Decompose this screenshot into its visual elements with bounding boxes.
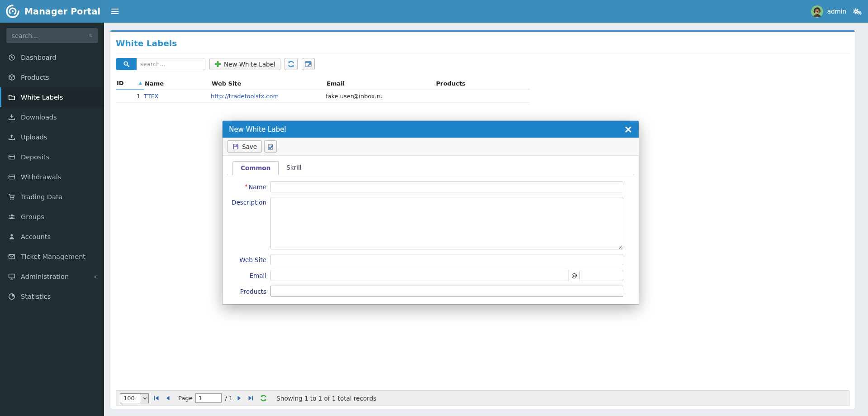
column-header-email[interactable]: Email bbox=[326, 78, 435, 90]
column-header-name[interactable]: Name bbox=[144, 78, 211, 90]
settings-gears-button[interactable] bbox=[853, 8, 862, 15]
sidebar-item-administration[interactable]: Administration ‹ bbox=[0, 267, 104, 287]
user-icon bbox=[8, 233, 15, 240]
sidebar-item-label: Groups bbox=[21, 213, 44, 220]
sidebar-item-groups[interactable]: Groups bbox=[0, 207, 104, 227]
cart-icon bbox=[8, 193, 15, 201]
cell-website: http://tradetoolsfx.com bbox=[211, 93, 326, 100]
tab-common[interactable]: Common bbox=[232, 161, 279, 175]
sidebar: Dashboard Products White Labels Download… bbox=[0, 23, 104, 416]
website-field[interactable] bbox=[270, 254, 623, 265]
modal-tabs: Common Skrill bbox=[232, 161, 623, 175]
user-avatar bbox=[811, 5, 823, 18]
total-pages-label: / 1 bbox=[225, 395, 232, 402]
sidebar-item-label: Downloads bbox=[21, 114, 57, 121]
username: admin bbox=[827, 8, 846, 15]
next-page-button[interactable] bbox=[236, 394, 243, 402]
sidebar-item-downloads[interactable]: Downloads bbox=[0, 107, 104, 127]
credit-card-icon bbox=[8, 153, 15, 161]
refresh-grid-button[interactable] bbox=[285, 58, 298, 70]
previous-page-button[interactable] bbox=[164, 394, 171, 402]
column-header-id[interactable]: ID ▲ bbox=[116, 77, 144, 90]
users-icon bbox=[8, 213, 15, 220]
description-field[interactable] bbox=[270, 197, 623, 249]
sidebar-search-input[interactable] bbox=[12, 32, 89, 39]
sidebar-item-accounts[interactable]: Accounts bbox=[0, 227, 104, 247]
sidebar-item-label: Statistics bbox=[21, 293, 51, 300]
page-size-select[interactable]: 100 bbox=[120, 393, 149, 403]
save-and-close-button[interactable] bbox=[264, 140, 277, 153]
page-size-value: 100 bbox=[120, 394, 141, 403]
name-label: *Name bbox=[227, 183, 270, 191]
last-page-button[interactable] bbox=[247, 394, 255, 402]
column-header-website[interactable]: Web Site bbox=[211, 78, 326, 90]
plus-icon bbox=[214, 61, 221, 67]
sidebar-item-statistics[interactable]: Statistics bbox=[0, 287, 104, 306]
form-row-products: Products bbox=[227, 286, 623, 297]
download-icon bbox=[8, 114, 15, 121]
search-icon bbox=[123, 61, 130, 67]
reload-grid-button[interactable] bbox=[258, 393, 269, 403]
page-title: White Labels bbox=[116, 38, 849, 48]
products-label: Products bbox=[227, 288, 270, 295]
column-header-products[interactable]: Products bbox=[435, 78, 530, 90]
sidebar-item-trading-data[interactable]: Trading Data bbox=[0, 187, 104, 207]
website-label: Web Site bbox=[227, 256, 270, 263]
form-row-description: Description bbox=[227, 197, 623, 249]
last-page-icon bbox=[248, 395, 254, 401]
first-page-button[interactable] bbox=[152, 394, 161, 402]
brand-title: Manager Portal bbox=[24, 6, 100, 16]
select-dropdown-arrow-icon bbox=[141, 394, 148, 403]
tab-skrill[interactable]: Skrill bbox=[279, 161, 309, 175]
modal-body: Common Skrill *Name Description Web Site… bbox=[223, 156, 639, 304]
sidebar-item-deposits[interactable]: Deposits bbox=[0, 147, 104, 167]
email-local-field[interactable] bbox=[270, 270, 569, 281]
open-in-window-button[interactable] bbox=[302, 58, 315, 70]
table-row[interactable]: 1 TTFX http://tradetoolsfx.com fake.user… bbox=[116, 90, 530, 103]
white-label-form: *Name Description Web Site Email @ bbox=[227, 181, 623, 297]
desktop-icon bbox=[8, 273, 15, 280]
sidebar-item-white-labels[interactable]: White Labels bbox=[0, 87, 104, 107]
sidebar-item-label: Administration bbox=[21, 273, 69, 280]
sidebar-item-withdrawals[interactable]: Withdrawals bbox=[0, 167, 104, 187]
search-icon[interactable] bbox=[89, 33, 92, 39]
sidebar-item-products[interactable]: Products bbox=[0, 67, 104, 87]
chevron-left-icon: ‹ bbox=[94, 273, 97, 281]
first-page-icon bbox=[153, 395, 159, 401]
new-white-label-modal: New White Label Save Comm bbox=[223, 121, 639, 304]
modal-close-button[interactable] bbox=[624, 125, 632, 134]
products-field[interactable] bbox=[270, 286, 623, 297]
brand[interactable]: Manager Portal bbox=[0, 0, 104, 23]
table-search-button[interactable] bbox=[116, 58, 137, 70]
table-search-input[interactable] bbox=[137, 58, 205, 70]
sidebar-item-dashboard[interactable]: Dashboard bbox=[0, 48, 104, 67]
window-export-icon bbox=[304, 60, 312, 68]
upload-icon bbox=[8, 134, 15, 141]
name-field[interactable] bbox=[270, 181, 623, 192]
dashboard-icon bbox=[8, 54, 15, 61]
sidebar-item-label: Accounts bbox=[21, 233, 51, 240]
sidebar-search bbox=[6, 28, 98, 43]
close-icon bbox=[625, 126, 631, 133]
modal-title: New White Label bbox=[229, 125, 624, 134]
refresh-icon bbox=[287, 60, 295, 68]
modal-title-bar[interactable]: New White Label bbox=[223, 121, 639, 138]
sidebar-menu: Dashboard Products White Labels Download… bbox=[0, 48, 104, 306]
user-menu[interactable]: admin bbox=[811, 5, 846, 18]
form-row-name: *Name bbox=[227, 181, 623, 192]
sidebar-item-label: Trading Data bbox=[21, 193, 62, 201]
sidebar-item-ticket-management[interactable]: Ticket Management bbox=[0, 247, 104, 267]
table-header-row: ID ▲ Name Web Site Email Products bbox=[116, 77, 530, 90]
save-button[interactable]: Save bbox=[227, 140, 262, 153]
email-domain-field[interactable] bbox=[579, 270, 623, 281]
white-label-name-link[interactable]: TTFX bbox=[144, 93, 158, 100]
page-label: Page bbox=[178, 395, 192, 402]
website-link[interactable]: http://tradetoolsfx.com bbox=[211, 93, 279, 100]
page-number-input[interactable] bbox=[195, 393, 222, 403]
sidebar-toggle-button[interactable] bbox=[111, 5, 125, 18]
required-marker: * bbox=[245, 183, 247, 190]
new-white-label-button[interactable]: New White Label bbox=[209, 58, 280, 70]
sidebar-item-uploads[interactable]: Uploads bbox=[0, 127, 104, 147]
table-search bbox=[116, 58, 205, 70]
pagination-status: Showing 1 to 1 of 1 total records bbox=[276, 395, 376, 402]
